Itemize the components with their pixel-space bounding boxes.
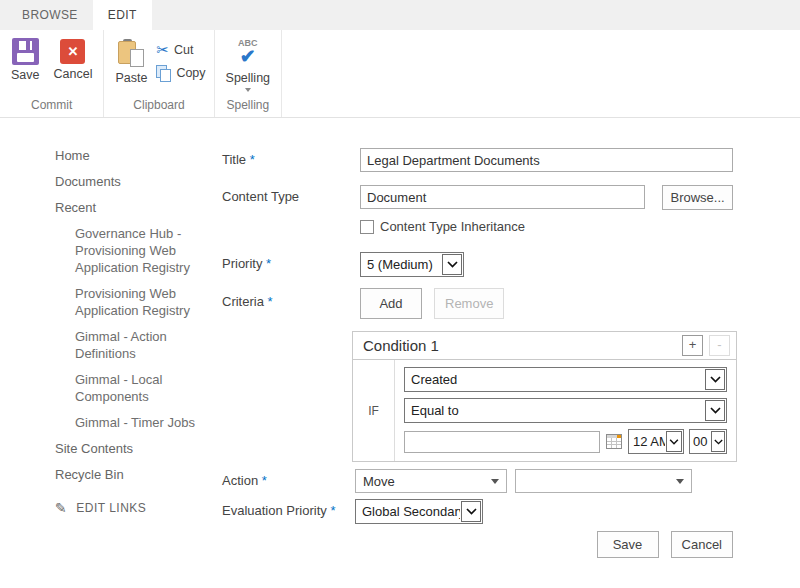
- sidebar-item-site-contents[interactable]: Site Contents: [55, 440, 200, 457]
- tab-browse[interactable]: BROWSE: [22, 0, 93, 30]
- copy-button[interactable]: Copy: [156, 65, 205, 81]
- ribbon: Save Cancel Commit Paste Cut: [0, 30, 800, 118]
- sidebar-item-provisioning-registry[interactable]: Provisioning Web Application Registry: [75, 285, 205, 319]
- condition-hour-select[interactable]: 12 AM: [628, 429, 684, 454]
- paste-label: Paste: [115, 72, 147, 85]
- sidebar-item-gimmal-local-components[interactable]: Gimmal - Local Components: [75, 371, 205, 405]
- content-type-input[interactable]: [360, 185, 645, 209]
- chevron-down-icon: [666, 431, 682, 452]
- ribbon-group-clipboard: Paste Cut Copy Clipboard: [104, 30, 214, 117]
- ribbon-group-commit: Save Cancel Commit: [0, 30, 104, 117]
- chevron-down-icon: [442, 254, 462, 275]
- title-input[interactable]: [360, 148, 733, 172]
- action-select[interactable]: Move: [355, 469, 507, 493]
- chevron-down-icon: [711, 431, 725, 452]
- action-target-select[interactable]: [515, 469, 692, 493]
- condition-add-button[interactable]: +: [682, 335, 703, 356]
- paste-button[interactable]: Paste: [108, 34, 154, 86]
- tab-edit[interactable]: EDIT: [93, 0, 152, 30]
- if-label: IF: [353, 360, 395, 461]
- edit-form: Title * Content Type Browse... Content T…: [210, 118, 733, 558]
- clipboard-group-label: Clipboard: [104, 97, 213, 117]
- evaluation-priority-select[interactable]: Global Secondary: [355, 499, 483, 524]
- ribbon-cancel-label: Cancel: [54, 68, 93, 81]
- paste-icon: [117, 38, 145, 68]
- copy-icon: [156, 65, 171, 81]
- priority-select[interactable]: 5 (Medium): [360, 252, 464, 277]
- content-type-inheritance-label: Content Type Inheritance: [380, 219, 525, 234]
- spelling-button[interactable]: ABC ✔ Spelling: [219, 34, 277, 93]
- criteria-remove-button[interactable]: Remove: [434, 288, 504, 319]
- sidebar-item-home[interactable]: Home: [55, 147, 200, 164]
- spelling-label: Spelling: [226, 72, 270, 85]
- sidebar-item-governance-hub-registry[interactable]: Governance Hub - Provisioning Web Applic…: [75, 225, 205, 276]
- chevron-down-icon: [705, 369, 725, 390]
- chevron-down-icon: [705, 400, 725, 421]
- condition-panel: Condition 1 + - IF Created: [352, 331, 737, 462]
- ribbon-group-spelling: ABC ✔ Spelling Spelling: [215, 30, 282, 117]
- sidebar-item-gimmal-action-definitions[interactable]: Gimmal - Action Definitions: [75, 328, 205, 362]
- calendar-icon[interactable]: [605, 433, 623, 450]
- pencil-icon: ✎: [55, 500, 67, 516]
- priority-label: Priority *: [222, 252, 360, 277]
- required-marker: *: [250, 152, 255, 167]
- browse-button[interactable]: Browse...: [662, 185, 734, 210]
- condition-remove-button[interactable]: -: [709, 335, 730, 356]
- condition-minute-select[interactable]: 00: [689, 429, 727, 454]
- ribbon-save-button[interactable]: Save: [4, 34, 47, 83]
- left-navigation: Home Documents Recent Governance Hub - P…: [0, 118, 210, 558]
- spelling-group-label: Spelling: [215, 97, 281, 117]
- condition-operator-select[interactable]: Equal to: [404, 398, 727, 423]
- spelling-dropdown-icon: [245, 88, 251, 92]
- sidebar-item-documents[interactable]: Documents: [55, 173, 200, 190]
- content-type-label: Content Type: [222, 185, 360, 210]
- save-icon: [12, 38, 39, 65]
- cut-button[interactable]: Cut: [156, 41, 205, 59]
- title-label: Title *: [222, 148, 360, 172]
- cancel-icon: [60, 39, 85, 64]
- dropdown-triangle-icon: [491, 479, 499, 484]
- copy-label: Copy: [176, 66, 205, 80]
- dropdown-triangle-icon: [676, 479, 684, 484]
- spellcheck-icon: ABC ✔: [238, 38, 258, 68]
- criteria-add-button[interactable]: Add: [360, 288, 422, 319]
- sidebar-item-gimmal-timer-jobs[interactable]: Gimmal - Timer Jobs: [75, 414, 205, 431]
- criteria-label: Criteria *: [222, 286, 360, 319]
- sidebar-item-recycle-bin[interactable]: Recycle Bin: [55, 466, 200, 483]
- form-save-button[interactable]: Save: [597, 531, 659, 558]
- sidebar-item-recent[interactable]: Recent: [55, 199, 200, 216]
- condition-title: Condition 1: [363, 337, 676, 354]
- action-label: Action *: [222, 469, 360, 493]
- cut-label: Cut: [174, 43, 193, 57]
- condition-field-select[interactable]: Created: [404, 367, 727, 392]
- cut-icon: [156, 41, 169, 59]
- ribbon-save-label: Save: [11, 69, 40, 82]
- main-area: Home Documents Recent Governance Hub - P…: [0, 118, 800, 558]
- evaluation-priority-label: Evaluation Priority *: [222, 499, 360, 524]
- edit-links-label: EDIT LINKS: [76, 501, 146, 515]
- edit-links-button[interactable]: ✎ EDIT LINKS: [55, 500, 210, 516]
- form-cancel-button[interactable]: Cancel: [671, 531, 733, 558]
- content-type-inheritance-checkbox[interactable]: [360, 220, 374, 234]
- chevron-down-icon: [461, 501, 481, 522]
- condition-date-input[interactable]: [404, 431, 600, 453]
- ribbon-cancel-button[interactable]: Cancel: [47, 34, 100, 82]
- ribbon-tab-bar: BROWSE EDIT: [0, 0, 800, 30]
- commit-group-label: Commit: [0, 97, 103, 117]
